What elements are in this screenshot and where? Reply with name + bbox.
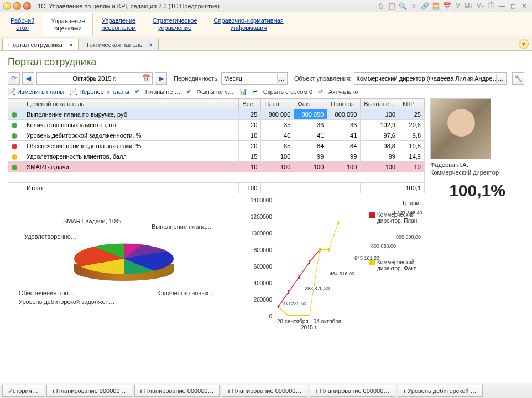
- table-row[interactable]: Обеспечение производства заказами, %2085…: [8, 141, 425, 151]
- restore-icon[interactable]: ◻: [509, 2, 518, 11]
- favorite-icon[interactable]: ☆: [409, 2, 418, 11]
- nav-desktop[interactable]: Рабочийстол: [2, 12, 43, 36]
- ellipsis-icon[interactable]: …: [496, 74, 505, 83]
- periodicity-value: Месяц: [224, 75, 242, 82]
- person-score: 100,1%: [430, 181, 524, 200]
- content: Портал сотрудника ⟳ ◀ Октябрь 2015 г. 📅 …: [0, 51, 532, 383]
- m-plus-icon[interactable]: M+: [465, 2, 473, 11]
- cell-exec: 98,8: [361, 141, 399, 151]
- statusbar-item[interactable]: iПланирование 000000…: [222, 385, 307, 397]
- col-kpr[interactable]: КПР: [399, 99, 425, 109]
- chart-icon[interactable]: 📊: [239, 88, 247, 95]
- svg-rect-2: [298, 275, 300, 279]
- statusbar-item[interactable]: iПланирование 000000…: [310, 385, 395, 397]
- statusbar-item[interactable]: iПланирование 000000…: [46, 385, 132, 397]
- statusbar-item[interactable]: iПланирование 000000…: [134, 385, 220, 397]
- check-icon[interactable]: ✔: [135, 88, 140, 95]
- col-weight[interactable]: Вес: [239, 99, 261, 109]
- table-row[interactable]: Количество новых клиентов, шт20353636102…: [8, 120, 425, 130]
- cell-plan: 85: [261, 141, 294, 151]
- cell-forecast: 36: [327, 120, 361, 130]
- clipboard-icon[interactable]: 📋: [387, 2, 396, 11]
- history-button[interactable]: История…: [2, 385, 44, 397]
- sys-back-icon[interactable]: [13, 2, 21, 10]
- cell-exec: 99: [361, 151, 399, 162]
- col-forecast[interactable]: Прогноз: [327, 99, 361, 109]
- table-row[interactable]: Выполнение плана по выручке, руб25800 00…: [8, 109, 425, 120]
- status-icon: [12, 144, 17, 149]
- refresh-button[interactable]: ⟳: [8, 72, 20, 85]
- edit-plans-link[interactable]: 📝Изменить планы: [8, 88, 64, 95]
- totals-label: Итого: [23, 183, 239, 193]
- search-icon[interactable]: 🔍: [398, 2, 407, 11]
- calc-icon[interactable]: 🧮: [431, 2, 440, 11]
- calendar-icon[interactable]: 📅: [142, 74, 150, 82]
- legend-fact: Коммерческий директор, Факт: [369, 259, 425, 271]
- tab-tactical-panel[interactable]: Тактическая панель ×: [80, 39, 158, 50]
- cell-exec: 100: [361, 109, 399, 120]
- statusbar-item[interactable]: iУровень дебиторской …: [398, 385, 482, 397]
- move-plans-link[interactable]: 📄Перенести планы: [70, 88, 129, 95]
- tab-employee-portal[interactable]: Портал сотрудника ×: [2, 39, 79, 50]
- info-icon[interactable]: ⓘ: [487, 2, 496, 11]
- ellipsis-icon[interactable]: …: [277, 74, 286, 83]
- table-row[interactable]: SMART-задачи1010010010010010: [8, 162, 425, 172]
- hide-zero-weight: Скрыть с весом 0: [263, 88, 312, 95]
- tab-close-icon[interactable]: ×: [69, 41, 72, 48]
- svg-rect-1: [288, 290, 290, 294]
- periodicity-label: Периодичность:: [174, 75, 219, 82]
- table-row[interactable]: Удовлетворенность клиентов, балл15100999…: [8, 151, 425, 162]
- filter-icon[interactable]: ✂: [253, 88, 258, 95]
- print-icon[interactable]: ⎙: [376, 2, 385, 11]
- table-row[interactable]: Уровень дебиторской задолженности, %1040…: [8, 130, 425, 141]
- col-indicator[interactable]: Целевой показатель: [23, 99, 239, 109]
- legend-plan: Коммерческий директор, План: [369, 212, 425, 224]
- m-minus-icon[interactable]: M-: [476, 2, 484, 11]
- tab-label: Тактическая панель: [86, 41, 142, 48]
- cell-name: Удовлетворенность клиентов, балл: [23, 151, 239, 162]
- plot-area: 103 225,50 283 870,80 464 516,00 645 161…: [277, 200, 342, 316]
- cell-plan: 800 000: [261, 109, 294, 120]
- tab-close-icon[interactable]: ×: [149, 41, 152, 48]
- m-icon[interactable]: M: [453, 2, 462, 11]
- cell-weight: 10: [239, 130, 261, 141]
- svg-rect-5: [319, 248, 321, 252]
- next-period-button[interactable]: ▶: [155, 72, 167, 85]
- sys-menu-icon[interactable]: [3, 2, 11, 10]
- period-row: ⟳ ◀ Октябрь 2015 г. 📅 ▶ Периодичность: М…: [8, 72, 524, 85]
- settings-button[interactable]: 🔧: [512, 72, 524, 85]
- nav-strategic[interactable]: Стратегическоеуправление: [144, 12, 206, 36]
- col-fact[interactable]: Факт: [294, 99, 327, 109]
- statusbar: История… iПланирование 000000… iПланиров…: [0, 383, 532, 398]
- pie-label-udovl: Удовлетворенно…: [24, 233, 77, 240]
- cell-weight: 25: [239, 109, 261, 120]
- cell-name: Уровень дебиторской задолженности, %: [23, 130, 239, 141]
- pie-chart: SMART-задачи, 10% Удовлетворенно… Выполн…: [8, 200, 246, 338]
- sys-forward-icon[interactable]: [23, 2, 31, 10]
- period-field[interactable]: Октябрь 2015 г. 📅: [36, 72, 153, 85]
- check-icon[interactable]: ✔: [186, 88, 191, 95]
- periodicity-select[interactable]: Месяц …: [221, 72, 288, 85]
- col-plan[interactable]: План: [261, 99, 294, 109]
- cell-forecast: 84: [327, 141, 361, 151]
- close-icon[interactable]: ✕: [520, 2, 529, 11]
- cell-plan: 40: [261, 130, 294, 141]
- svg-rect-0: [278, 305, 279, 308]
- nav-personnel[interactable]: Управлениеперсоналом: [93, 12, 144, 36]
- cell-fact: 800 050: [294, 109, 327, 120]
- refresh-icon[interactable]: ⟳: [318, 88, 323, 95]
- legend: Графи… Коммерческий директор, План Комме…: [369, 200, 425, 285]
- prev-period-button[interactable]: ◀: [22, 72, 34, 85]
- nav-reference[interactable]: Справочно-нормативнаяинформация: [206, 12, 292, 36]
- col-exec[interactable]: Выполне…: [361, 99, 399, 109]
- minimize-icon[interactable]: —: [498, 2, 507, 11]
- object-select[interactable]: Коммерческий директор (Фадеева Лилия Анд…: [354, 72, 507, 85]
- calendar-icon[interactable]: 📅: [442, 2, 451, 11]
- cell-fact: 36: [294, 120, 327, 130]
- kpi-table-wrap: Целевой показатель Вес План Факт Прогноз…: [8, 98, 425, 338]
- link-icon[interactable]: 🔗: [420, 2, 429, 11]
- kpi-table[interactable]: Целевой показатель Вес План Факт Прогноз…: [8, 98, 425, 193]
- nav-evaluations[interactable]: Управлениеоценками: [43, 13, 93, 36]
- svg-rect-7: [337, 221, 339, 224]
- tabs-overflow-icon[interactable]: ▾: [519, 39, 529, 49]
